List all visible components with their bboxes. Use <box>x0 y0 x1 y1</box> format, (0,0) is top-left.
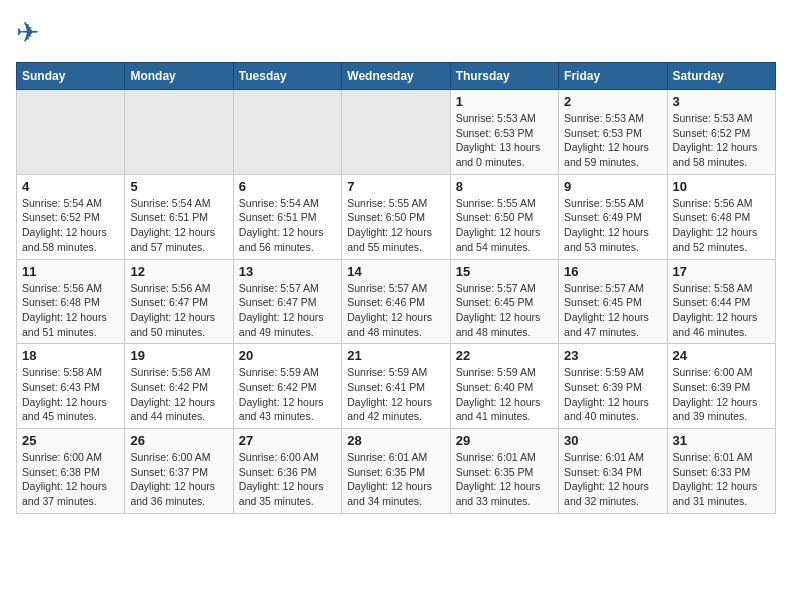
weekday-header-wednesday: Wednesday <box>342 63 450 90</box>
day-number: 21 <box>347 348 444 363</box>
day-number: 1 <box>456 94 553 109</box>
day-number: 2 <box>564 94 661 109</box>
calendar-cell: 7Sunrise: 5:55 AM Sunset: 6:50 PM Daylig… <box>342 174 450 259</box>
weekday-header-saturday: Saturday <box>667 63 775 90</box>
day-info: Sunrise: 6:01 AM Sunset: 6:33 PM Dayligh… <box>673 450 770 509</box>
day-number: 23 <box>564 348 661 363</box>
day-info: Sunrise: 5:57 AM Sunset: 6:46 PM Dayligh… <box>347 281 444 340</box>
day-info: Sunrise: 5:58 AM Sunset: 6:42 PM Dayligh… <box>130 365 227 424</box>
logo-icon: ✈ <box>16 16 52 52</box>
calendar-cell: 1Sunrise: 5:53 AM Sunset: 6:53 PM Daylig… <box>450 90 558 175</box>
logo: ✈ <box>16 16 56 52</box>
day-number: 24 <box>673 348 770 363</box>
day-number: 26 <box>130 433 227 448</box>
weekday-header-thursday: Thursday <box>450 63 558 90</box>
calendar-week-5: 25Sunrise: 6:00 AM Sunset: 6:38 PM Dayli… <box>17 429 776 514</box>
calendar-cell: 28Sunrise: 6:01 AM Sunset: 6:35 PM Dayli… <box>342 429 450 514</box>
day-number: 29 <box>456 433 553 448</box>
calendar-cell: 26Sunrise: 6:00 AM Sunset: 6:37 PM Dayli… <box>125 429 233 514</box>
calendar-cell <box>233 90 341 175</box>
day-info: Sunrise: 5:58 AM Sunset: 6:43 PM Dayligh… <box>22 365 119 424</box>
day-info: Sunrise: 5:56 AM Sunset: 6:47 PM Dayligh… <box>130 281 227 340</box>
calendar-week-3: 11Sunrise: 5:56 AM Sunset: 6:48 PM Dayli… <box>17 259 776 344</box>
day-number: 12 <box>130 264 227 279</box>
calendar-cell: 15Sunrise: 5:57 AM Sunset: 6:45 PM Dayli… <box>450 259 558 344</box>
calendar-cell: 3Sunrise: 5:53 AM Sunset: 6:52 PM Daylig… <box>667 90 775 175</box>
day-number: 8 <box>456 179 553 194</box>
day-info: Sunrise: 5:55 AM Sunset: 6:49 PM Dayligh… <box>564 196 661 255</box>
day-number: 25 <box>22 433 119 448</box>
calendar-week-1: 1Sunrise: 5:53 AM Sunset: 6:53 PM Daylig… <box>17 90 776 175</box>
day-info: Sunrise: 5:55 AM Sunset: 6:50 PM Dayligh… <box>456 196 553 255</box>
calendar-cell <box>125 90 233 175</box>
calendar-cell: 17Sunrise: 5:58 AM Sunset: 6:44 PM Dayli… <box>667 259 775 344</box>
day-number: 31 <box>673 433 770 448</box>
calendar-week-2: 4Sunrise: 5:54 AM Sunset: 6:52 PM Daylig… <box>17 174 776 259</box>
day-number: 6 <box>239 179 336 194</box>
weekday-header-monday: Monday <box>125 63 233 90</box>
day-number: 18 <box>22 348 119 363</box>
calendar-cell: 16Sunrise: 5:57 AM Sunset: 6:45 PM Dayli… <box>559 259 667 344</box>
calendar-cell: 2Sunrise: 5:53 AM Sunset: 6:53 PM Daylig… <box>559 90 667 175</box>
day-info: Sunrise: 6:01 AM Sunset: 6:35 PM Dayligh… <box>456 450 553 509</box>
day-info: Sunrise: 5:55 AM Sunset: 6:50 PM Dayligh… <box>347 196 444 255</box>
calendar-cell: 9Sunrise: 5:55 AM Sunset: 6:49 PM Daylig… <box>559 174 667 259</box>
day-number: 27 <box>239 433 336 448</box>
day-info: Sunrise: 5:57 AM Sunset: 6:45 PM Dayligh… <box>564 281 661 340</box>
calendar-cell: 5Sunrise: 5:54 AM Sunset: 6:51 PM Daylig… <box>125 174 233 259</box>
day-number: 30 <box>564 433 661 448</box>
day-number: 17 <box>673 264 770 279</box>
page-header: ✈ <box>16 16 776 52</box>
day-info: Sunrise: 5:59 AM Sunset: 6:41 PM Dayligh… <box>347 365 444 424</box>
svg-text:✈: ✈ <box>16 17 39 48</box>
day-number: 14 <box>347 264 444 279</box>
calendar-cell: 25Sunrise: 6:00 AM Sunset: 6:38 PM Dayli… <box>17 429 125 514</box>
calendar-cell: 14Sunrise: 5:57 AM Sunset: 6:46 PM Dayli… <box>342 259 450 344</box>
day-number: 19 <box>130 348 227 363</box>
calendar-cell: 23Sunrise: 5:59 AM Sunset: 6:39 PM Dayli… <box>559 344 667 429</box>
day-number: 9 <box>564 179 661 194</box>
calendar-cell: 6Sunrise: 5:54 AM Sunset: 6:51 PM Daylig… <box>233 174 341 259</box>
calendar-cell: 18Sunrise: 5:58 AM Sunset: 6:43 PM Dayli… <box>17 344 125 429</box>
calendar-body: 1Sunrise: 5:53 AM Sunset: 6:53 PM Daylig… <box>17 90 776 514</box>
day-info: Sunrise: 5:54 AM Sunset: 6:52 PM Dayligh… <box>22 196 119 255</box>
day-info: Sunrise: 5:59 AM Sunset: 6:42 PM Dayligh… <box>239 365 336 424</box>
day-info: Sunrise: 5:58 AM Sunset: 6:44 PM Dayligh… <box>673 281 770 340</box>
day-number: 11 <box>22 264 119 279</box>
calendar-cell: 19Sunrise: 5:58 AM Sunset: 6:42 PM Dayli… <box>125 344 233 429</box>
calendar-cell: 4Sunrise: 5:54 AM Sunset: 6:52 PM Daylig… <box>17 174 125 259</box>
day-number: 15 <box>456 264 553 279</box>
weekday-header-sunday: Sunday <box>17 63 125 90</box>
calendar-cell <box>17 90 125 175</box>
day-info: Sunrise: 5:54 AM Sunset: 6:51 PM Dayligh… <box>130 196 227 255</box>
calendar-table: SundayMondayTuesdayWednesdayThursdayFrid… <box>16 62 776 514</box>
calendar-cell <box>342 90 450 175</box>
day-number: 22 <box>456 348 553 363</box>
day-info: Sunrise: 5:56 AM Sunset: 6:48 PM Dayligh… <box>673 196 770 255</box>
day-info: Sunrise: 5:57 AM Sunset: 6:47 PM Dayligh… <box>239 281 336 340</box>
day-info: Sunrise: 6:01 AM Sunset: 6:34 PM Dayligh… <box>564 450 661 509</box>
calendar-cell: 30Sunrise: 6:01 AM Sunset: 6:34 PM Dayli… <box>559 429 667 514</box>
day-number: 13 <box>239 264 336 279</box>
calendar-week-4: 18Sunrise: 5:58 AM Sunset: 6:43 PM Dayli… <box>17 344 776 429</box>
day-info: Sunrise: 5:56 AM Sunset: 6:48 PM Dayligh… <box>22 281 119 340</box>
calendar-cell: 29Sunrise: 6:01 AM Sunset: 6:35 PM Dayli… <box>450 429 558 514</box>
day-number: 28 <box>347 433 444 448</box>
day-number: 4 <box>22 179 119 194</box>
calendar-cell: 10Sunrise: 5:56 AM Sunset: 6:48 PM Dayli… <box>667 174 775 259</box>
day-info: Sunrise: 5:59 AM Sunset: 6:39 PM Dayligh… <box>564 365 661 424</box>
calendar-cell: 22Sunrise: 5:59 AM Sunset: 6:40 PM Dayli… <box>450 344 558 429</box>
calendar-cell: 13Sunrise: 5:57 AM Sunset: 6:47 PM Dayli… <box>233 259 341 344</box>
day-info: Sunrise: 6:01 AM Sunset: 6:35 PM Dayligh… <box>347 450 444 509</box>
day-info: Sunrise: 5:54 AM Sunset: 6:51 PM Dayligh… <box>239 196 336 255</box>
calendar-cell: 21Sunrise: 5:59 AM Sunset: 6:41 PM Dayli… <box>342 344 450 429</box>
day-number: 5 <box>130 179 227 194</box>
day-number: 20 <box>239 348 336 363</box>
day-info: Sunrise: 5:53 AM Sunset: 6:53 PM Dayligh… <box>456 111 553 170</box>
day-info: Sunrise: 6:00 AM Sunset: 6:36 PM Dayligh… <box>239 450 336 509</box>
calendar-cell: 27Sunrise: 6:00 AM Sunset: 6:36 PM Dayli… <box>233 429 341 514</box>
calendar-header: SundayMondayTuesdayWednesdayThursdayFrid… <box>17 63 776 90</box>
day-number: 10 <box>673 179 770 194</box>
day-info: Sunrise: 5:53 AM Sunset: 6:53 PM Dayligh… <box>564 111 661 170</box>
day-info: Sunrise: 5:53 AM Sunset: 6:52 PM Dayligh… <box>673 111 770 170</box>
